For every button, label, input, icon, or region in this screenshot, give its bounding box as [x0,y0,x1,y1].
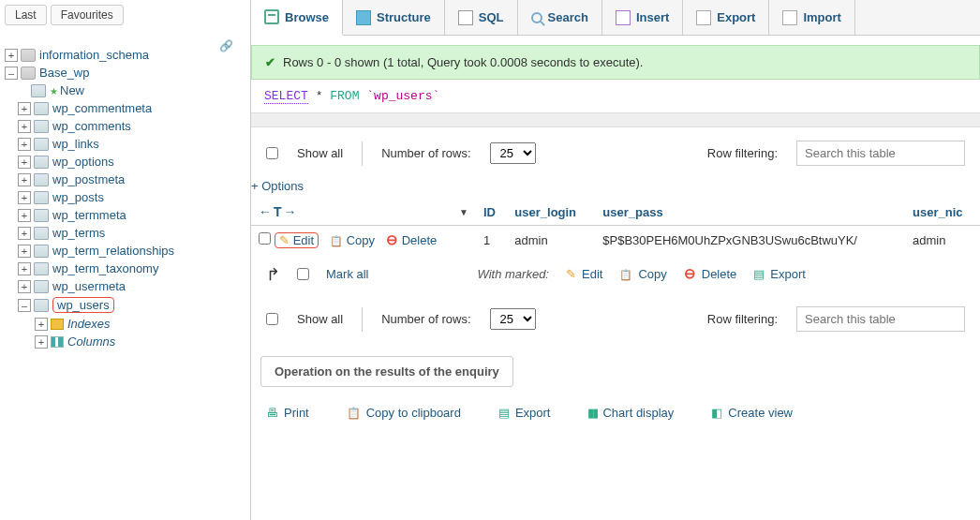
tree-label: wp_posts [52,190,104,204]
table-icon [34,138,49,151]
copy-clipboard-button[interactable]: Copy to clipboard [347,406,461,420]
sort-icon[interactable] [459,204,468,218]
expand-icon[interactable]: + [18,156,31,169]
tab-label: SQL [479,10,504,24]
db-tree: + information_schema – Base_wp New +wp_c… [5,46,245,350]
expand-icon[interactable]: + [18,280,31,293]
chart-button[interactable]: Chart display [587,406,674,420]
mark-delete-button[interactable]: Delete [684,265,737,282]
num-rows-label: Number of rows: [381,146,470,160]
options-link[interactable]: + Options [251,179,980,199]
col-user-login[interactable]: user_login [507,199,595,226]
expand-icon[interactable]: + [18,173,31,186]
col-user-pass[interactable]: user_pass [595,199,905,226]
expand-icon[interactable]: + [18,209,31,222]
expand-icon[interactable]: + [18,191,31,204]
tree-table-wp-commentmeta[interactable]: +wp_commentmeta [18,99,245,117]
tab-insert[interactable]: Insert [602,0,683,35]
create-view-button[interactable]: Create view [711,406,793,420]
sidebar-tab-last[interactable]: Last [5,5,47,25]
row-delete-button[interactable]: Delete [386,231,438,248]
mark-export-button[interactable]: Export [753,267,806,281]
tree-new[interactable]: New [18,82,245,99]
print-button[interactable]: Print [266,406,309,420]
mark-all-checkbox[interactable] [297,268,309,280]
separator [251,112,980,127]
tab-structure[interactable]: Structure [343,0,445,35]
expand-icon[interactable]: + [5,49,18,62]
col-id[interactable]: ID [476,199,507,226]
collapse-icon[interactable]: – [5,67,18,80]
tree-table-wp-term-taxonomy[interactable]: +wp_term_taxonomy [18,260,245,277]
mark-edit-button[interactable]: Edit [566,267,602,281]
table-header-row: ←T→ ID user_login user_pass user_nic [251,199,980,226]
structure-icon [356,10,371,25]
chart-icon [587,406,597,420]
tab-sql[interactable]: SQL [445,0,518,35]
copy-icon [330,233,343,247]
show-all-checkbox[interactable] [266,147,278,159]
new-star-icon [50,83,58,97]
tree-db-information-schema[interactable]: + information_schema [5,46,245,64]
sql-star: * [316,89,323,103]
success-text: Rows 0 - 0 shown (1 total, Query took 0.… [283,55,643,69]
row-edit-button[interactable]: Edit [275,232,319,248]
mark-copy-button[interactable]: Copy [619,267,666,281]
tab-browse[interactable]: Browse [251,0,343,36]
filter-input[interactable] [796,141,965,166]
tree-label: wp_links [52,137,99,151]
tree-table-wp-users[interactable]: –wp_users [18,295,245,315]
main-tabs: Browse Structure SQL Search Insert Expor… [251,0,980,36]
tab-export[interactable]: Export [683,0,769,35]
tree-table-wp-options[interactable]: +wp_options [18,153,245,171]
expand-icon[interactable]: + [18,120,31,133]
tree-label: wp_term_relationships [52,244,174,258]
expand-icon[interactable]: + [18,245,31,258]
browse-icon [264,9,279,24]
expand-icon[interactable]: + [18,262,31,275]
num-rows-label: Number of rows: [381,312,470,326]
show-all-checkbox-bottom[interactable] [266,313,278,325]
filter-label: Row filtering: [707,312,778,326]
filter-input-bottom[interactable] [796,306,965,332]
check-icon [265,55,275,69]
tab-search[interactable]: Search [518,0,602,35]
row-copy-button[interactable]: Copy [330,233,375,247]
tree-indexes[interactable]: +Indexes [35,315,245,333]
num-rows-select[interactable]: 25 [490,142,536,164]
tree-table-wp-usermeta[interactable]: +wp_usermeta [18,277,245,295]
tree-table-wp-termmeta[interactable]: +wp_termmeta [18,206,245,224]
results-table: ←T→ ID user_login user_pass user_nic Edi… [251,199,980,254]
mark-all-label[interactable]: Mark all [326,267,369,281]
expand-icon[interactable]: + [18,138,31,151]
tab-label: Export [717,10,755,24]
tree-table-wp-links[interactable]: +wp_links [18,135,245,153]
num-rows-select-bottom[interactable]: 25 [490,308,536,330]
expand-icon[interactable]: + [18,102,31,115]
col-user-nice[interactable]: user_nic [905,199,980,226]
tree-table-wp-posts[interactable]: +wp_posts [18,188,245,206]
sort-arrows-header[interactable]: ←T→ [259,204,299,219]
with-marked-label: With marked: [478,267,549,281]
tab-label: Browse [285,10,329,24]
filter-label: Row filtering: [707,146,778,160]
row-checkbox[interactable] [259,232,271,245]
tree-columns[interactable]: +Columns [35,333,245,350]
tree-table-wp-comments[interactable]: +wp_comments [18,117,245,135]
collapse-icon[interactable]: – [18,299,31,312]
expand-icon[interactable]: + [35,335,48,349]
tree-label: wp_postmeta [52,172,125,186]
table-icon [34,102,49,115]
tree-table-wp-term-relationships[interactable]: +wp_term_relationships [18,242,245,260]
pencil-icon [279,233,290,247]
sql-select: SELECT [264,89,308,104]
tree-db-base-wp[interactable]: – Base_wp [5,64,245,82]
sidebar-tab-favourites[interactable]: Favourites [51,5,124,25]
export-button[interactable]: Export [498,406,551,420]
tab-import[interactable]: Import [769,0,854,35]
expand-icon[interactable]: + [18,227,31,240]
tree-table-wp-terms[interactable]: +wp_terms [18,224,245,242]
mark-row: Mark all With marked: Edit Copy Delete E… [251,254,980,293]
expand-icon[interactable]: + [35,318,48,331]
tree-table-wp-postmeta[interactable]: +wp_postmeta [18,171,245,188]
